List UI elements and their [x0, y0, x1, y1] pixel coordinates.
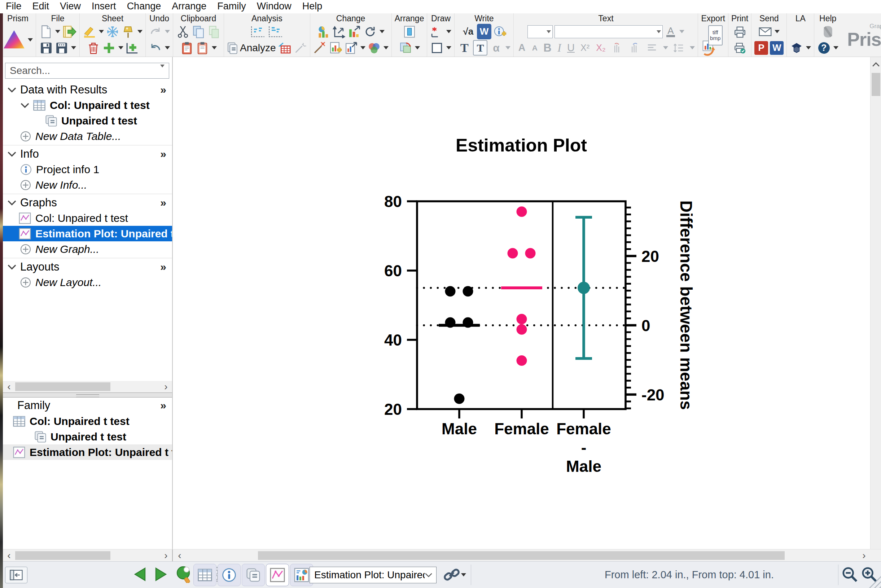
prism-logo-button[interactable] — [3, 32, 25, 48]
pin-caret[interactable] — [137, 30, 143, 33]
section-info[interactable]: Info » — [3, 147, 172, 162]
send-word-button[interactable]: W — [770, 41, 783, 55]
menu-help[interactable]: Help — [297, 0, 328, 14]
tab-info[interactable] — [218, 564, 241, 586]
sidebar-item-results[interactable]: Unpaired t test — [3, 113, 172, 128]
prism-menu-caret[interactable] — [28, 38, 33, 42]
family-item-estimation-plot[interactable]: Estimation Plot: Unpaired t test of — [3, 444, 172, 460]
print-button[interactable] — [733, 24, 747, 39]
ttest-shortcut2-button[interactable] — [268, 24, 284, 39]
linked-sheets-button[interactable] — [443, 567, 466, 583]
font-size-select[interactable] — [527, 25, 553, 38]
scroll-left-icon[interactable] — [3, 549, 15, 562]
prev-sheet-button[interactable] — [133, 567, 147, 583]
labarchives-caret[interactable] — [806, 46, 811, 50]
labarchives-button[interactable] — [790, 40, 803, 56]
menu-arrange[interactable]: Arrange — [166, 0, 212, 14]
rename-sheet-button[interactable] — [83, 24, 96, 39]
freeze-sheet-button[interactable] — [106, 24, 119, 39]
font-family-select[interactable] — [554, 25, 663, 38]
scrollbar-thumb[interactable] — [258, 551, 785, 560]
save-caret[interactable] — [71, 46, 76, 50]
change-axes-button[interactable] — [332, 24, 346, 39]
new-file-button[interactable] — [39, 24, 53, 39]
info-note-button[interactable] — [493, 24, 507, 39]
tab-data-tables[interactable] — [194, 564, 216, 586]
section-data-with-results[interactable]: Data with Results » — [3, 82, 172, 98]
zoom-out-button[interactable] — [841, 566, 858, 584]
section-graphs[interactable]: Graphs » — [3, 195, 172, 210]
annotate-button[interactable] — [430, 24, 444, 39]
go-to-search-button[interactable] — [175, 566, 194, 584]
magic-wand-button[interactable] — [313, 40, 327, 56]
next-sheet-button[interactable] — [154, 567, 168, 583]
section-layouts[interactable]: Layouts » — [3, 260, 172, 274]
scroll-left-icon[interactable] — [3, 381, 15, 393]
email-button[interactable] — [758, 24, 772, 39]
copy-button[interactable] — [192, 24, 205, 39]
family-expand-icon[interactable]: » — [160, 399, 172, 412]
new-file-caret[interactable] — [55, 30, 60, 33]
pin-sheet-button[interactable] — [121, 24, 135, 39]
text-box-button[interactable]: T — [473, 40, 488, 56]
draw-shape-button[interactable] — [430, 40, 444, 56]
undo-caret[interactable] — [165, 46, 170, 50]
menu-edit[interactable]: Edit — [27, 0, 55, 14]
section-expand-icon[interactable]: » — [160, 261, 172, 273]
reapply-caret[interactable] — [380, 30, 384, 33]
text-tool-button[interactable]: T — [458, 40, 471, 56]
save-special-button[interactable] — [55, 40, 69, 56]
send-powerpoint-button[interactable]: P — [754, 41, 768, 55]
menu-file[interactable]: File — [6, 0, 27, 14]
rotate-page-caret[interactable] — [415, 46, 420, 50]
insert-sheet-button[interactable] — [125, 40, 139, 56]
sidebar-item-new-graph[interactable]: New Graph... — [3, 242, 172, 257]
section-expand-icon[interactable]: » — [160, 148, 172, 160]
tab-results[interactable] — [242, 564, 265, 586]
delete-sheet-button[interactable] — [87, 40, 100, 56]
menu-window[interactable]: Window — [251, 0, 297, 14]
rotate-page-button[interactable] — [399, 40, 412, 56]
search-box[interactable] — [5, 63, 169, 79]
menu-view[interactable]: View — [54, 0, 86, 14]
sidebar-horizontal-scrollbar[interactable] — [3, 381, 172, 393]
sidebar-item-col-table[interactable]: Col: Unpaired t test — [3, 98, 172, 113]
help-button[interactable]: ? — [817, 40, 831, 56]
family-item-col-table[interactable]: Col: Unpaired t test — [3, 413, 172, 429]
menu-family[interactable]: Family — [212, 0, 251, 14]
export-button[interactable]: tiff bmp — [704, 24, 723, 55]
menu-change[interactable]: Change — [122, 0, 167, 14]
linked-sheets-caret[interactable] — [461, 573, 466, 576]
reapply-button[interactable] — [363, 24, 377, 39]
cut-button[interactable] — [176, 24, 190, 39]
new-sheet-button[interactable] — [102, 40, 116, 56]
save-button[interactable] — [39, 40, 53, 56]
equation-button[interactable]: √a — [461, 24, 475, 39]
panel-splitter[interactable] — [3, 393, 172, 398]
sidebar-item-new-data-table[interactable]: New Data Table... — [3, 128, 172, 144]
scroll-right-icon[interactable] — [160, 549, 172, 562]
paste-caret[interactable] — [212, 46, 217, 50]
main-horizontal-scrollbar[interactable] — [174, 549, 870, 562]
print-preview-button[interactable] — [733, 40, 747, 56]
paste-special-button[interactable] — [195, 40, 209, 56]
sidebar-bottom-scrollbar[interactable] — [3, 549, 173, 562]
estimation-plot-chart[interactable]: Estimation Plot80604020MaleFemaleFemale-… — [174, 57, 870, 549]
family-item-results[interactable]: Unpaired t test — [3, 429, 172, 444]
sidebar-item-col-graph[interactable]: Col: Unpaired t test — [3, 210, 172, 226]
scrollbar-thumb[interactable] — [15, 382, 110, 391]
resize-graph-button[interactable] — [344, 40, 358, 56]
whats-new-button[interactable] — [821, 24, 835, 39]
sidebar-item-new-info[interactable]: New Info... — [3, 177, 172, 193]
scroll-up-icon[interactable] — [872, 61, 880, 69]
color-scheme-caret[interactable] — [384, 46, 389, 50]
vertical-scrollbar[interactable] — [870, 57, 881, 549]
word-page-button[interactable]: W — [477, 24, 491, 39]
sidebar-item-project-info[interactable]: Project info 1 — [3, 162, 172, 177]
sidebar-item-estimation-plot[interactable]: Estimation Plot: Unpaired t test of — [3, 226, 172, 242]
ttest-shortcut-button[interactable] — [250, 24, 266, 39]
tab-graphs[interactable] — [266, 564, 289, 586]
change-graph-type-button[interactable] — [317, 24, 330, 39]
undo-button[interactable] — [149, 40, 162, 56]
paste-button[interactable] — [180, 40, 194, 56]
